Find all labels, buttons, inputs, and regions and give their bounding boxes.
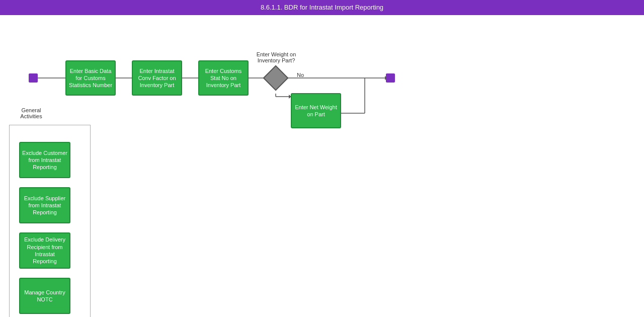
decision-diamond[interactable]	[263, 65, 289, 91]
swimlane-box-exclude-customer[interactable]: Exclude Customer from Intrastat Reportin…	[19, 142, 70, 178]
header-title: 8.6.1.1. BDR for Intrastat Import Report…	[261, 4, 383, 11]
process-box-enter-customs-stat[interactable]: Enter Customs Stat No on Inventory Part	[198, 60, 249, 96]
swimlane-box-exclude-supplier[interactable]: Exclude Supplier from Intrastat Reportin…	[19, 187, 70, 223]
swimlane-box-exclude-delivery[interactable]: Exclude Delivery Recipient from Intrasta…	[19, 232, 70, 269]
process-box-enter-net-weight[interactable]: Enter Net Weight on Part	[291, 93, 341, 128]
general-activities-label: General Activities	[11, 107, 51, 119]
decision-label: Enter Weight on Inventory Part?	[254, 51, 299, 63]
no-label: No	[297, 72, 304, 78]
start-box	[29, 73, 38, 83]
canvas: Enter Basic Data for Customs Statistics …	[0, 15, 644, 317]
process-box-enter-basic-data[interactable]: Enter Basic Data for Customs Statistics …	[65, 60, 116, 96]
process-box-enter-intrastat[interactable]: Enter Intrastat Conv Factor on Inventory…	[132, 60, 182, 96]
swimlane-box-manage-country[interactable]: Manage Country NOTC	[19, 278, 70, 314]
end-box	[386, 73, 395, 83]
header: 8.6.1.1. BDR for Intrastat Import Report…	[0, 0, 644, 15]
